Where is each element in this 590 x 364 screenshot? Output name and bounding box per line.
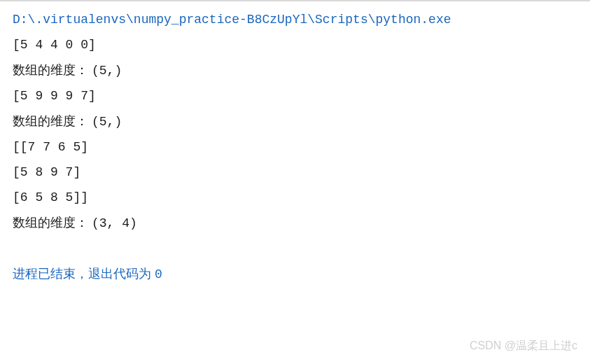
output-dim-2: 数组的维度： (5,) [13,108,590,134]
exit-code: 0 [155,267,162,281]
exit-text: 进程已结束，退出代码为 [13,267,155,281]
dim-label: 数组的维度： [13,216,92,230]
output-array-2: [5 9 9 9 7] [13,83,590,108]
output-array-3-row-1: [[7 7 6 5] [13,134,590,160]
dim-label: 数组的维度： [13,63,92,77]
process-exit-message: 进程已结束，退出代码为 0 [13,261,590,287]
dim-label: 数组的维度： [13,114,92,128]
dim-value: (5,) [92,115,122,129]
output-array-1: [5 4 4 0 0] [13,32,590,57]
interpreter-path: D:\.virtualenvs\numpy_practice-B8CzUpYl\… [13,7,590,32]
output-array-3-row-2: [5 8 9 7] [13,160,590,185]
watermark: CSDN @温柔且上进c [470,335,577,357]
dim-value: (3, 4) [92,216,137,230]
output-dim-1: 数组的维度： (5,) [13,57,590,83]
output-array-3-row-3: [6 5 8 5]] [13,185,590,210]
output-dim-3: 数组的维度： (3, 4) [13,210,590,236]
dim-value: (5,) [92,64,122,78]
